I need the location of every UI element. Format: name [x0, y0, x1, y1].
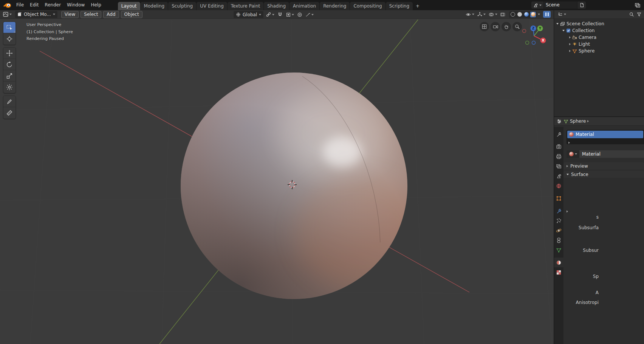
snap-toggle-button[interactable] — [277, 11, 283, 18]
outliner-row-light[interactable]: Light — [554, 41, 644, 48]
tab-sculpting[interactable]: Sculpting — [168, 2, 196, 10]
filter-funnel-icon[interactable] — [636, 12, 642, 17]
gizmo-y[interactable]: Y — [537, 26, 543, 31]
sphere-object[interactable] — [181, 73, 423, 299]
shading-solid-button[interactable] — [517, 12, 522, 17]
panel-preview-header[interactable]: Preview — [564, 162, 644, 170]
overlays-dropdown[interactable] — [488, 11, 498, 18]
outliner-row-collection[interactable]: Collection — [554, 27, 644, 34]
tool-cursor[interactable] — [3, 33, 15, 45]
snap-pivot-button[interactable] — [265, 11, 275, 18]
material-name-field[interactable]: Material — [579, 150, 644, 158]
tool-rotate[interactable] — [3, 59, 15, 70]
blender-logo-icon[interactable] — [3, 2, 11, 8]
outliner-editor-type-button[interactable] — [556, 12, 567, 17]
scene-name-field[interactable]: Scene — [543, 2, 577, 9]
material-slot-active[interactable]: Material — [567, 131, 643, 138]
outliner-row-scene-collection[interactable]: Scene Collection — [554, 20, 644, 27]
outliner-row-sphere[interactable]: Sphere — [554, 48, 644, 54]
tab-particles[interactable] — [554, 216, 564, 225]
viewport-3d[interactable]: User Perspective (1) Collection | Sphere… — [0, 19, 554, 344]
tab-animation[interactable]: Animation — [289, 2, 319, 10]
xray-toggle[interactable] — [499, 11, 506, 18]
panel-surface-header[interactable]: Surface — [564, 171, 644, 178]
tab-constraints[interactable] — [554, 235, 564, 245]
new-scene-button[interactable] — [577, 2, 586, 9]
gizmo-neg-x[interactable] — [523, 29, 526, 33]
tab-object-data[interactable] — [554, 245, 564, 255]
gizmo-neg-z[interactable] — [532, 41, 536, 45]
menu-window[interactable]: Window — [64, 0, 88, 10]
orientation-gizmo[interactable]: Z Y X — [521, 23, 547, 49]
search-icon[interactable] — [629, 12, 634, 17]
tab-scripting[interactable]: Scripting — [386, 2, 413, 10]
tool-measure[interactable] — [3, 107, 15, 119]
outliner-row-camera[interactable]: Camera — [554, 34, 644, 41]
tab-output[interactable] — [554, 151, 564, 161]
slot-specials-icon[interactable] — [568, 142, 570, 144]
tool-box-select[interactable] — [3, 22, 15, 33]
disclosure-icon[interactable] — [556, 23, 559, 25]
disclosure-icon[interactable] — [562, 30, 565, 31]
camera-view-button[interactable] — [491, 22, 500, 31]
disclosure-icon[interactable] — [569, 43, 571, 45]
tool-transform[interactable] — [3, 82, 15, 93]
menu-object[interactable]: Object — [121, 11, 142, 18]
disclosure-icon[interactable] — [569, 50, 571, 52]
tab-modifiers[interactable] — [554, 206, 564, 216]
browse-material-button[interactable] — [567, 150, 579, 158]
pan-view-button[interactable] — [502, 22, 511, 31]
menu-add[interactable]: Add — [103, 11, 119, 18]
gizmo-neg-y[interactable] — [526, 41, 529, 45]
panel-divider-vertical[interactable] — [554, 10, 554, 344]
tab-texture[interactable] — [554, 267, 564, 277]
tab-uv-editing[interactable]: UV Editing — [197, 2, 227, 10]
tab-view-layer[interactable] — [554, 161, 564, 171]
menu-view[interactable]: View — [61, 11, 79, 18]
shading-options-chevron-icon[interactable] — [538, 14, 540, 15]
view-layer-icon[interactable] — [634, 2, 644, 8]
material-slot-list[interactable]: Material — [567, 130, 644, 144]
editor-type-button[interactable] — [2, 11, 13, 17]
tool-annotate[interactable] — [3, 96, 15, 107]
proportional-editing-button[interactable] — [296, 12, 303, 18]
visibility-dropdown[interactable] — [464, 11, 475, 18]
tab-shading[interactable]: Shading — [264, 2, 289, 10]
shading-wireframe-button[interactable] — [510, 12, 516, 17]
snap-target-dropdown[interactable] — [285, 12, 295, 18]
properties-editor-icon[interactable] — [556, 119, 562, 124]
tab-texture-paint[interactable]: Texture Paint — [228, 2, 263, 10]
orientation-dropdown[interactable]: Global — [234, 11, 263, 18]
tab-physics[interactable] — [554, 225, 564, 235]
gizmo-z[interactable]: Z — [531, 26, 536, 31]
render-pause-button[interactable] — [543, 11, 551, 18]
tab-scene[interactable] — [554, 171, 564, 181]
menu-render[interactable]: Render — [42, 0, 64, 10]
falloff-dropdown[interactable] — [305, 12, 314, 18]
tool-move[interactable] — [3, 48, 15, 59]
add-workspace-button[interactable]: + — [413, 2, 422, 10]
tab-layout[interactable]: Layout — [118, 2, 140, 10]
gizmo-x[interactable]: X — [540, 38, 546, 43]
shading-rendered-button[interactable] — [530, 12, 536, 17]
tab-object[interactable] — [554, 193, 564, 203]
toggle-perspective-button[interactable] — [480, 22, 489, 31]
collection-checkbox-icon[interactable] — [566, 28, 571, 33]
scene-browse-button[interactable] — [531, 2, 543, 9]
menu-file[interactable]: File — [13, 0, 27, 10]
tab-material[interactable] — [554, 258, 564, 267]
tab-compositing[interactable]: Compositing — [350, 2, 385, 10]
tab-rendering[interactable]: Rendering — [320, 2, 350, 10]
tab-render[interactable] — [554, 142, 564, 151]
mode-dropdown[interactable]: Object Mo... — [15, 11, 57, 18]
surface-subpanel-disclosure-icon[interactable] — [567, 210, 568, 213]
tab-world[interactable] — [554, 181, 564, 191]
menu-help[interactable]: Help — [88, 0, 104, 10]
menu-select[interactable]: Select — [80, 11, 101, 18]
shading-material-preview-button[interactable] — [523, 12, 529, 17]
menu-edit[interactable]: Edit — [27, 0, 42, 10]
gizmos-dropdown[interactable] — [476, 11, 486, 18]
tab-tool[interactable] — [554, 129, 564, 139]
tab-modeling[interactable]: Modeling — [141, 2, 168, 10]
tool-scale[interactable] — [3, 70, 15, 82]
